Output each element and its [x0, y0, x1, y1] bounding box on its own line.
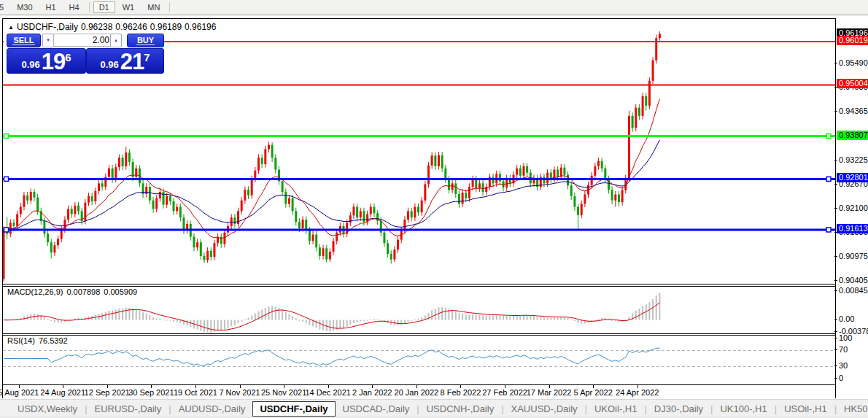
price-axis-label: 0.94365 — [839, 107, 868, 115]
price-axis-label: 0.92100 — [839, 204, 868, 212]
ohlc-high: 0.96246 — [115, 22, 147, 32]
macd-indicator-label: MACD(12,26,9)0.0078980.005909 — [7, 287, 141, 296]
volume-input[interactable]: 2.00 — [53, 34, 115, 47]
expand-triangle-icon[interactable]: ▲ — [8, 24, 14, 31]
chart-symbol-period: USDCHF-,Daily — [17, 22, 78, 32]
time-axis-label: 25 Nov 2021 — [261, 388, 306, 397]
time-axis-label: 2 Jan 2022 — [352, 388, 392, 397]
bid-price-pip: 6 — [65, 51, 71, 63]
timeframe-button-5[interactable]: 5 — [0, 1, 9, 13]
price-axis-label: 0.93225 — [839, 155, 868, 164]
ask-price-box[interactable]: 0.96 21 7 — [86, 48, 164, 74]
chart-window: ▲USDCHF-,Daily0.962380.962460.961890.961… — [2, 18, 836, 398]
chart-tab-hk50-h1[interactable]: HK50-,H1 — [837, 402, 868, 416]
timeframe-toolbar: 5M30H1H4D1W1MN — [0, 0, 868, 15]
spin-down-icon: ▼ — [46, 38, 50, 42]
volume-decrease-button[interactable]: ▼ — [42, 34, 54, 47]
price-level-badge: 0.93807 — [837, 131, 868, 140]
time-axis-label: 20 Jan 2022 — [395, 388, 439, 397]
chart-tab-dj30-daily[interactable]: DJ30-,Daily — [647, 402, 710, 416]
price-axis-label: 0.90975 — [839, 252, 868, 260]
rsi-axis-label: 30 — [839, 361, 848, 370]
rsi-chart-canvas[interactable] — [3, 336, 835, 384]
time-axis-label: 24 Aug 2021 — [40, 388, 85, 397]
chart-tab-usdcnh-daily[interactable]: USDCNH-,Daily — [419, 402, 501, 416]
spin-up-icon: ▲ — [114, 38, 118, 42]
timeframe-button-H1[interactable]: H1 — [40, 1, 62, 13]
rsi-value: 76.5392 — [39, 336, 68, 345]
chart-tab-usdcad-daily[interactable]: USDCAD-,Daily — [336, 402, 417, 416]
panel-separator[interactable] — [3, 333, 835, 334]
price-axis-tick — [834, 319, 837, 320]
price-axis-tick — [834, 290, 837, 291]
ask-price-big: 21 — [120, 50, 144, 73]
price-axis-tick — [834, 378, 837, 379]
time-axis-label: 24 Apr 2022 — [616, 388, 659, 397]
timeframe-button-H4[interactable]: H4 — [63, 1, 85, 13]
chart-tab-uk100-h1[interactable]: UK100-,H1 — [713, 402, 774, 416]
time-axis-label: 19 Oct 2021 — [174, 388, 217, 397]
time-axis-label: 8 Feb 2022 — [441, 388, 481, 397]
rsi-indicator-label: RSI(14)76.5392 — [7, 336, 71, 345]
volume-increase-button[interactable]: ▲ — [110, 34, 122, 47]
price-axis-label: 0.90405 — [839, 276, 868, 285]
bid-price-big: 19 — [42, 50, 65, 73]
time-axis-label: 7 Nov 2021 — [219, 388, 260, 397]
chart-tab-usdchf-daily[interactable]: USDCHF-,Daily — [252, 401, 335, 417]
price-axis-tick — [834, 338, 837, 338]
rsi-axis-label: 70 — [839, 345, 848, 354]
rsi-axis-label: 0 — [839, 374, 843, 382]
ask-price-prefix: 0.96 — [100, 59, 118, 70]
bid-price-prefix: 0.96 — [21, 59, 39, 70]
macd-axis-label: 0.00 — [839, 314, 854, 323]
panel-separator[interactable] — [3, 284, 835, 285]
chart-tab-audusd-daily[interactable]: AUDUSD-,Daily — [171, 402, 253, 416]
toolbar-separator — [89, 2, 90, 12]
macd-signal-value: 0.005909 — [104, 287, 137, 296]
chart-tab-eurusd-daily[interactable]: EURUSD-,Daily — [88, 402, 169, 416]
rsi-bottom-border — [3, 384, 835, 385]
time-axis-label: 17 Mar 2022 — [527, 388, 572, 397]
chart-tab-usoil-h1[interactable]: USOil-,H1 — [777, 402, 834, 416]
bid-price-box[interactable]: 0.96 19 6 — [7, 48, 86, 74]
rsi-axis-label: 100 — [839, 333, 852, 342]
price-level-badge: 0.92801 — [837, 173, 868, 182]
time-axis-label: 5 Aug 2021 — [0, 388, 39, 397]
price-axis-tick — [834, 331, 837, 332]
one-click-trading-panel: SELL ▼ 2.00 ▲ BUY 0.96 19 6 0.96 21 7 — [4, 34, 164, 73]
ohlc-open: 0.96238 — [81, 22, 112, 32]
macd-axis-label: 0.008455 — [839, 286, 868, 295]
price-axis[interactable]: 0.954900.949350.943650.932250.926700.921… — [837, 18, 868, 398]
time-axis-label: 5 Apr 2022 — [574, 388, 613, 397]
timeframe-button-W1[interactable]: W1 — [117, 1, 141, 13]
timeframe-button-M30[interactable]: M30 — [11, 1, 38, 13]
time-axis-label: 14 Dec 2021 — [305, 388, 350, 397]
toolbar-separator — [169, 2, 170, 12]
timeframe-button-D1[interactable]: D1 — [93, 1, 115, 13]
price-level-badge: 0.95004 — [837, 79, 868, 88]
time-axis[interactable]: 5 Aug 202124 Aug 202112 Sep 202130 Sep 2… — [3, 386, 835, 398]
timeframe-button-MN[interactable]: MN — [142, 1, 166, 13]
price-axis-tick — [834, 365, 837, 366]
buy-button[interactable]: BUY — [127, 34, 164, 47]
ohlc-low: 0.96189 — [150, 22, 182, 32]
price-axis-label: 0.95490 — [839, 58, 868, 67]
ask-price-pip: 7 — [144, 51, 150, 63]
price-level-badge: 0.96019 — [837, 36, 868, 45]
ohlc-close: 0.96196 — [185, 22, 216, 32]
sell-button[interactable]: SELL — [7, 34, 41, 47]
chart-tab-xauusd-daily[interactable]: XAUUSD-,Daily — [504, 402, 585, 416]
time-axis-label: 30 Sep 2021 — [128, 388, 174, 397]
price-axis-tick — [834, 349, 837, 350]
chart-tab-bar: USDX,Weekly|EURUSD-,Daily|AUDUSD-,DailyU… — [0, 399, 868, 417]
chart-tab-ukoil-h1[interactable]: UKOil-,H1 — [587, 402, 645, 416]
price-level-badge: 0.91613 — [837, 224, 868, 233]
time-axis-label: 12 Sep 2021 — [85, 388, 130, 397]
macd-main-value: 0.007898 — [66, 287, 100, 296]
time-axis-label: 27 Feb 2022 — [482, 388, 527, 397]
chart-title: ▲USDCHF-,Daily0.962380.962460.961890.961… — [8, 22, 219, 32]
chart-tab-usdx-weekly[interactable]: USDX,Weekly — [10, 402, 85, 416]
